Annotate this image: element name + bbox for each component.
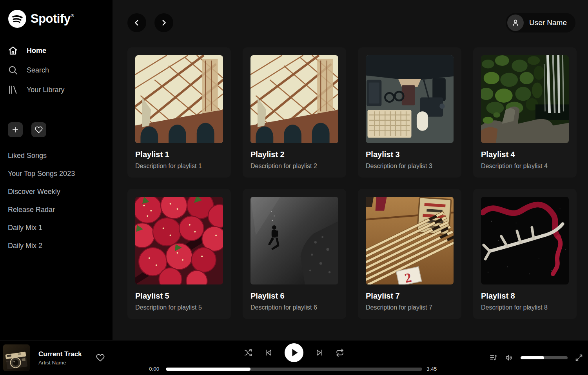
- like-track-button[interactable]: [96, 353, 105, 362]
- plus-icon: [11, 126, 19, 134]
- search-icon: [8, 65, 18, 75]
- playlist-card[interactable]: Playlist 6Description for playlist 6: [243, 189, 346, 319]
- playlist-title: Playlist 1: [135, 150, 223, 159]
- previous-track-button[interactable]: [264, 348, 273, 357]
- play-icon: [285, 343, 303, 362]
- elapsed-time: 0:00: [149, 366, 162, 372]
- shuffle-button[interactable]: [244, 348, 252, 357]
- playlist-description: Description for playlist 2: [250, 163, 338, 170]
- track-duration: 3:45: [426, 366, 439, 372]
- volume-slider[interactable]: [521, 356, 568, 359]
- playlist-cover-image: [366, 55, 454, 143]
- seek-bar-fill: [166, 368, 250, 371]
- sidebar-playlist-link[interactable]: Liked Songs: [8, 147, 105, 165]
- player-extras-section: [489, 341, 583, 375]
- track-artist: Artist Name: [38, 360, 82, 366]
- repeat-button[interactable]: [336, 348, 344, 357]
- user-name-label: User Name: [529, 18, 567, 27]
- skip-back-icon: [264, 348, 273, 357]
- spotify-logo-icon: [8, 9, 27, 28]
- spotify-logo[interactable]: Spotify®: [8, 9, 105, 28]
- volume-button[interactable]: [505, 353, 514, 362]
- play-button[interactable]: [285, 343, 303, 362]
- topbar: User Name: [113, 0, 588, 45]
- forward-button[interactable]: [154, 13, 173, 32]
- sidebar-playlist-link[interactable]: Your Top Songs 2023: [8, 165, 105, 183]
- sidebar-playlist-link[interactable]: Daily Mix 1: [8, 219, 105, 237]
- user-menu-button[interactable]: User Name: [506, 13, 575, 33]
- album-art: [3, 344, 30, 371]
- registered-mark: ®: [71, 13, 74, 18]
- sidebar-item-search[interactable]: Search: [8, 60, 105, 80]
- home-icon: [8, 45, 18, 56]
- chevron-right-icon: [160, 18, 168, 27]
- sidebar-item-label: Home: [27, 47, 46, 55]
- user-icon: [511, 18, 520, 27]
- app-window: Spotify® HomeSearchYour Library Liked So…: [0, 0, 588, 375]
- playlist-cover-image: [481, 55, 569, 143]
- back-button[interactable]: [127, 13, 146, 32]
- playlist-card[interactable]: Playlist 2Description for playlist 2: [243, 47, 346, 178]
- playlist-title: Playlist 4: [481, 150, 569, 159]
- heart-icon: [96, 353, 105, 362]
- playlist-cover-image: [135, 197, 223, 284]
- playlist-title: Playlist 8: [481, 292, 569, 301]
- primary-nav: HomeSearchYour Library: [8, 41, 105, 100]
- shuffle-icon: [244, 348, 252, 357]
- sidebar-playlist-link[interactable]: Release Radar: [8, 201, 105, 219]
- avatar: [507, 14, 524, 31]
- volume-icon: [505, 353, 514, 362]
- playlist-description: Description for playlist 5: [135, 304, 223, 311]
- playlist-cover-image: [481, 197, 569, 284]
- playlist-card[interactable]: Playlist 1Description for playlist 1: [127, 47, 231, 178]
- playlist-cover-image: [250, 197, 338, 284]
- expand-icon: [575, 353, 583, 362]
- seek-bar[interactable]: [166, 368, 422, 371]
- playlist-description: Description for playlist 3: [366, 163, 454, 170]
- skip-forward-icon: [315, 348, 324, 357]
- playlist-description: Description for playlist 4: [481, 163, 569, 170]
- playlist-card[interactable]: Playlist 4Description for playlist 4: [473, 47, 577, 178]
- create-playlist-button[interactable]: [8, 122, 23, 137]
- playlist-card[interactable]: Playlist 5Description for playlist 5: [127, 189, 231, 319]
- fullscreen-button[interactable]: [575, 353, 583, 362]
- sidebar: Spotify® HomeSearchYour Library Liked So…: [0, 0, 113, 340]
- playlist-title: Playlist 6: [250, 292, 338, 301]
- volume-slider-fill: [521, 356, 544, 359]
- playlist-card[interactable]: 2Playlist 7Description for playlist 7: [358, 189, 461, 319]
- sidebar-playlist-link[interactable]: Daily Mix 2: [8, 237, 105, 255]
- queue-icon: [489, 353, 498, 362]
- playlist-description: Description for playlist 6: [250, 304, 338, 311]
- brand-name: Spotify: [31, 12, 71, 25]
- now-playing-section: Current Track Artist Name: [3, 341, 105, 375]
- playlist-grid: Playlist 1Description for playlist 1Play…: [113, 45, 588, 331]
- sidebar-item-home[interactable]: Home: [8, 41, 105, 60]
- playback-controls-section: 0:00 3:45: [149, 341, 439, 375]
- playlist-title: Playlist 2: [250, 150, 338, 159]
- player-bar: Current Track Artist Name: [0, 340, 588, 375]
- playlist-title: Playlist 7: [366, 292, 454, 301]
- repeat-icon: [336, 348, 344, 357]
- track-title: Current Track: [38, 350, 82, 358]
- playlist-card[interactable]: Playlist 3Description for playlist 3: [358, 47, 461, 178]
- chevron-left-icon: [132, 18, 141, 27]
- sidebar-playlist-link[interactable]: Discover Weekly: [8, 183, 105, 201]
- library-icon: [8, 85, 18, 95]
- playlist-description: Description for playlist 1: [135, 163, 223, 170]
- next-track-button[interactable]: [315, 348, 324, 357]
- playlist-cover-image: 2: [366, 197, 454, 284]
- sidebar-actions: [8, 122, 105, 137]
- queue-button[interactable]: [489, 353, 498, 362]
- playlist-cover-image: [135, 55, 223, 143]
- sidebar-playlist-list: Liked SongsYour Top Songs 2023Discover W…: [8, 147, 105, 255]
- playlist-title: Playlist 5: [135, 292, 223, 301]
- playlist-card[interactable]: Playlist 8Description for playlist 8: [473, 189, 577, 319]
- liked-songs-button[interactable]: [31, 122, 46, 137]
- main-content: User Name Playlist 1Description for play…: [113, 0, 588, 340]
- heart-icon: [35, 126, 43, 134]
- sidebar-item-label: Search: [27, 66, 49, 74]
- playlist-description: Description for playlist 7: [366, 304, 454, 311]
- playlist-title: Playlist 3: [366, 150, 454, 159]
- sidebar-item-your-library[interactable]: Your Library: [8, 80, 105, 100]
- sidebar-item-label: Your Library: [27, 86, 64, 94]
